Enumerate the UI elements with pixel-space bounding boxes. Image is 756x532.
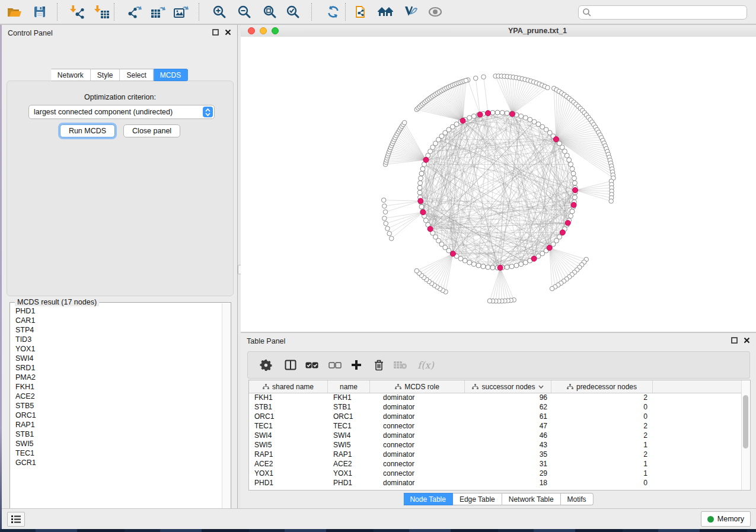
app-window: Control Panel NetworkStyleSelectMCDS Opt…: [0, 0, 756, 529]
cell-successor-nodes: 31: [465, 459, 551, 469]
table-panel-tab[interactable]: Node Table: [403, 493, 453, 505]
control-panel-tab[interactable]: Network: [51, 69, 91, 81]
cell-name: YOX1: [328, 469, 370, 478]
control-panel-tab[interactable]: Style: [91, 69, 120, 81]
import-table-button[interactable]: [91, 2, 113, 21]
mcds-result-item[interactable]: RAP1: [11, 420, 222, 430]
refresh-button[interactable]: [323, 2, 344, 21]
import-network-button[interactable]: [67, 2, 88, 21]
search-field: [578, 5, 747, 20]
criterion-select[interactable]: largest connected component (undirected): [28, 105, 215, 119]
cell-successor-nodes: 35: [465, 450, 551, 459]
column-header-name[interactable]: name: [328, 380, 370, 393]
table-row[interactable]: ORC1 ORC1 dominator 61 0: [249, 412, 742, 421]
float-panel-icon[interactable]: [212, 29, 219, 36]
export-image-button[interactable]: [170, 2, 192, 21]
close-panel-icon[interactable]: [225, 29, 231, 36]
cell-shared-name: YOX1: [249, 469, 328, 478]
zoom-in-button[interactable]: [209, 2, 230, 21]
zoom-out-button[interactable]: [234, 2, 255, 21]
close-panel-button[interactable]: Close panel: [123, 124, 180, 137]
delete-column-button[interactable]: [369, 356, 388, 374]
column-header-successor-nodes[interactable]: successor nodes: [465, 380, 551, 393]
close-window-button[interactable]: [248, 27, 255, 34]
column-header-predecessor-nodes[interactable]: predecessor nodes: [551, 380, 653, 393]
mcds-result-list: PHD1CAR1STP4TID3YOX1SWI4SRD1PMA2FKH1ACE2…: [11, 306, 222, 521]
cell-successor-nodes: 46: [465, 431, 551, 440]
table-row[interactable]: YOX1 YOX1 connector 29 1: [249, 469, 742, 478]
control-panel-title: Control Panel: [8, 29, 53, 37]
table-settings-button[interactable]: [256, 356, 275, 374]
save-button[interactable]: [29, 2, 50, 21]
select-all-columns-button[interactable]: [302, 356, 321, 374]
mcds-result-item[interactable]: PMA2: [11, 373, 222, 382]
close-panel-icon[interactable]: [744, 337, 750, 344]
mcds-result-item[interactable]: STP4: [11, 325, 222, 335]
mcds-result-item[interactable]: PHD1: [11, 306, 222, 316]
deselect-all-columns-button[interactable]: [326, 356, 344, 374]
table-panel-tab[interactable]: Edge Table: [453, 493, 502, 505]
table-row[interactable]: STB1 STB1 dominator 62 0: [249, 402, 742, 412]
control-panel-tab[interactable]: Select: [120, 69, 154, 81]
table-row[interactable]: RAP1 RAP1 dominator 35 2: [249, 450, 742, 459]
toolbar-separator: [57, 3, 58, 21]
table-row[interactable]: SWI4 SWI4 dominator 46 2: [249, 431, 742, 440]
mcds-result-item[interactable]: ACE2: [11, 392, 222, 401]
mcds-result-item[interactable]: SRD1: [11, 363, 222, 373]
mcds-result-item[interactable]: ORC1: [11, 411, 222, 420]
delete-table-button[interactable]: [391, 356, 410, 374]
mcds-result-item[interactable]: SWI5: [11, 439, 222, 448]
zoom-fit-button[interactable]: [259, 2, 280, 21]
search-input[interactable]: [592, 7, 747, 18]
attribute-icon: [567, 384, 573, 390]
mcds-result-item[interactable]: TEC1: [11, 448, 222, 458]
mcds-list-scrollbar[interactable]: [222, 303, 230, 521]
mcds-result-item[interactable]: STB1: [11, 430, 222, 439]
table-scrollbar-thumb[interactable]: [743, 395, 748, 448]
home-button[interactable]: [375, 2, 396, 21]
network-canvas[interactable]: [241, 37, 756, 332]
minimize-window-button[interactable]: [260, 27, 267, 34]
import-table-icon: [94, 5, 110, 19]
cell-successor-nodes: 62: [465, 402, 551, 412]
run-mcds-button[interactable]: Run MCDS: [60, 124, 115, 137]
table-row[interactable]: TEC1 TEC1 connector 47 2: [249, 421, 742, 431]
cell-name: SWI4: [328, 431, 370, 440]
memory-status-icon: [707, 516, 714, 523]
show-columns-button[interactable]: [281, 356, 300, 374]
new-network-from-file-button[interactable]: [351, 2, 372, 21]
attribute-icon: [263, 384, 269, 390]
export-table-button[interactable]: [147, 2, 168, 21]
cell-mcds-role: dominator: [370, 478, 465, 488]
zoom-window-button[interactable]: [272, 27, 279, 34]
mcds-result-item[interactable]: STB5: [11, 401, 222, 411]
table-row[interactable]: ACE2 ACE2 connector 31 1: [249, 459, 742, 469]
zoom-selected-button[interactable]: [282, 2, 304, 21]
show-graphics-details-button[interactable]: [425, 2, 446, 21]
open-button[interactable]: [4, 2, 25, 21]
float-panel-icon[interactable]: [731, 337, 738, 344]
mcds-result-item[interactable]: GCR1: [11, 458, 222, 467]
table-panel-tab[interactable]: Network Table: [502, 493, 561, 505]
export-network-button[interactable]: [124, 2, 145, 21]
create-column-button[interactable]: [347, 356, 366, 374]
function-builder-button[interactable]: f(x): [414, 356, 438, 374]
control-panel-tab[interactable]: MCDS: [154, 69, 188, 81]
column-header-mcds-role[interactable]: MCDS role: [370, 380, 465, 393]
table-panel-tab[interactable]: Motifs: [561, 493, 594, 505]
table-row[interactable]: SWI5 SWI5 connector 43 1: [249, 440, 742, 450]
hide-graphics-details-button[interactable]: [400, 2, 421, 21]
column-header-shared-name[interactable]: shared name: [249, 380, 328, 393]
cell-predecessor-nodes: 0: [551, 402, 653, 412]
table-row[interactable]: FKH1 FKH1 dominator 96 2: [249, 393, 742, 402]
mcds-result-item[interactable]: SWI4: [11, 354, 222, 363]
mcds-result-item[interactable]: FKH1: [11, 382, 222, 392]
select-stepper-icon: [203, 107, 213, 117]
table-scrollbar[interactable]: [741, 380, 750, 490]
table-row[interactable]: PHD1 PHD1 dominator 18 0: [249, 478, 742, 488]
mcds-result-item[interactable]: CAR1: [11, 316, 222, 325]
mcds-result-item[interactable]: TID3: [11, 335, 222, 344]
mcds-result-item[interactable]: YOX1: [11, 344, 222, 354]
memory-button[interactable]: Memory: [701, 511, 751, 527]
task-history-button[interactable]: [7, 512, 25, 527]
